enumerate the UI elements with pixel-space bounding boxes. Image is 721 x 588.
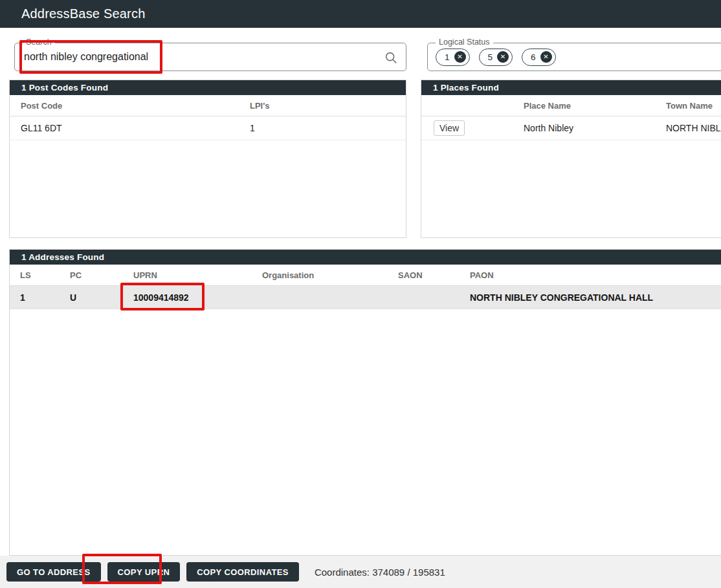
status-chip-label: 6 [531,52,536,62]
search-field: Search [14,43,406,71]
search-input[interactable] [15,44,371,70]
column-header-lpis: LPI's [250,101,406,111]
postcode-value: GL11 6DT [21,123,250,133]
town-name-value: NORTH NIBLEY [666,123,721,133]
logical-status-chips: 1 ✕ 5 ✕ 6 ✕ [436,49,556,66]
place-row[interactable]: View North Nibley NORTH NIBLEY [421,116,721,140]
cancel-icon[interactable]: ✕ [497,51,509,63]
logical-status-field: Logical Status 1 ✕ 5 ✕ 6 ✕ [427,43,721,71]
status-chip-1[interactable]: 1 ✕ [436,49,470,66]
coordinates-readout: Coordinates: 374089 / 195831 [315,567,445,578]
footer-action-bar: GO TO ADDRESS COPY UPRN COPY COORDINATES… [0,556,721,588]
copy-uprn-button[interactable]: COPY UPRN [107,562,181,582]
places-panel-title: 1 Places Found [421,80,721,95]
postcodes-panel-title: 1 Post Codes Found [10,80,406,95]
addresses-panel-title: 1 Addresses Found [10,250,721,265]
status-chip-label: 1 [445,52,450,62]
column-header-post-code: Post Code [21,101,250,111]
uprn-value: 10009414892 [133,292,262,303]
postcode-row[interactable]: GL11 6DT 1 [10,116,406,140]
ls-value: 1 [20,292,70,303]
places-table-header: Place Name Town Name [421,95,721,116]
column-header-paon: PAON [470,270,721,280]
place-name-value: North Nibley [524,123,666,133]
column-header-ls: LS [20,270,70,280]
status-chip-label: 5 [488,52,493,62]
column-header-pc: PC [70,270,133,280]
cancel-icon[interactable]: ✕ [540,51,552,63]
go-to-address-button[interactable]: GO TO ADDRESS [6,562,101,582]
cancel-icon[interactable]: ✕ [454,51,466,63]
addresses-panel: 1 Addresses Found LS PC UPRN Organisatio… [9,249,721,556]
paon-value: NORTH NIBLEY CONGREGATIONAL HALL [470,292,721,303]
app-title: AddressBase Search [21,6,145,21]
status-chip-6[interactable]: 6 ✕ [522,49,556,66]
pc-value: U [70,292,133,303]
search-icon[interactable] [384,50,398,65]
column-header-town-name: Town Name [666,101,721,111]
copy-coordinates-button[interactable]: COPY COORDINATES [186,562,299,582]
addresses-table-header: LS PC UPRN Organisation SAON PAON [10,265,721,286]
column-header-organisation: Organisation [262,270,398,280]
postcodes-table-header: Post Code LPI's [10,95,406,116]
addressbase-search-window: AddressBase Search Search Logical Status… [0,0,721,588]
logical-status-label: Logical Status [436,38,493,47]
search-field-label: Search [23,38,55,47]
column-header-saon: SAON [398,270,470,280]
lpis-value: 1 [250,123,406,133]
view-button[interactable]: View [434,120,465,136]
places-panel: 1 Places Found Place Name Town Name View… [421,80,721,238]
postcodes-panel: 1 Post Codes Found Post Code LPI's GL11 … [9,80,406,238]
status-chip-5[interactable]: 5 ✕ [479,49,513,66]
app-header: AddressBase Search [0,0,721,28]
column-header-place-name: Place Name [524,101,666,111]
address-row[interactable]: 1 U 10009414892 NORTH NIBLEY CONGREGATIO… [10,286,721,309]
column-header-uprn: UPRN [133,270,262,280]
